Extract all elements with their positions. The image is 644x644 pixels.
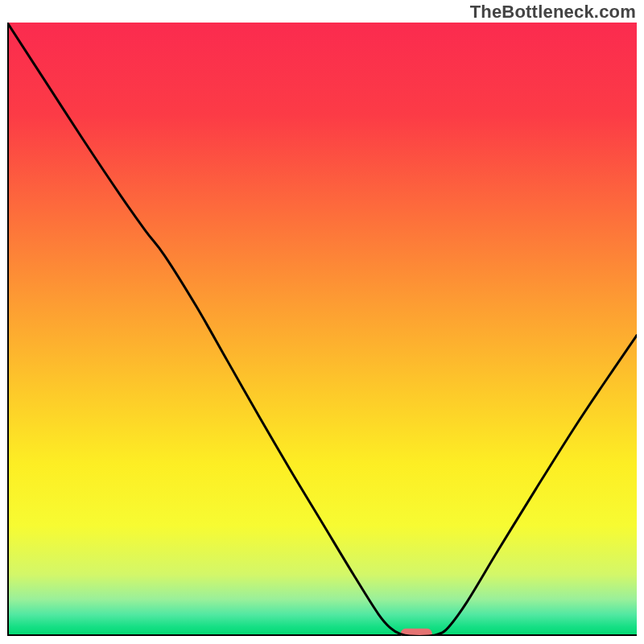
plot-area (7, 23, 637, 636)
gradient-background (7, 23, 637, 636)
bottleneck-curve-chart (7, 23, 637, 636)
chart-container: TheBottleneck.com (0, 0, 644, 644)
watermark-text: TheBottleneck.com (470, 2, 636, 23)
